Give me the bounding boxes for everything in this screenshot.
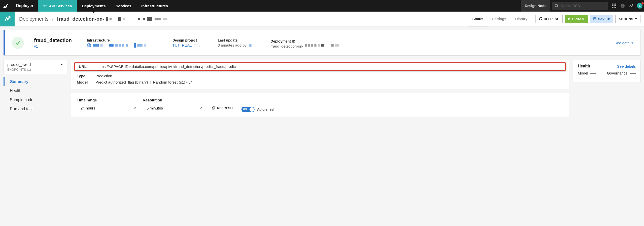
see-details-link[interactable]: See details bbox=[615, 41, 633, 45]
infrastructure-label: Infrastructure bbox=[87, 38, 162, 42]
health-label: Health bbox=[578, 64, 590, 68]
refresh-chart-button[interactable]: REFRESH bbox=[209, 104, 236, 112]
refresh-icon bbox=[539, 17, 542, 21]
logo bbox=[0, 0, 12, 12]
crumb-deployments[interactable]: Deployments bbox=[19, 16, 49, 22]
top-navbar: Deployer API Services Deployments Servic… bbox=[0, 0, 644, 12]
endpoints-count: ENDPOINTS (1) bbox=[7, 68, 63, 71]
type-key: Type bbox=[77, 74, 90, 78]
section-tabs: Status Settings History bbox=[468, 12, 532, 26]
last-update-label: Last update bbox=[218, 38, 261, 42]
endpoint-selector[interactable]: predict_fraud ENDPOINTS (1) bbox=[4, 60, 67, 74]
model-value: Predict authorized_flag (binary)|Random … bbox=[95, 80, 193, 84]
crumb-separator: / bbox=[52, 16, 54, 22]
infrastructure-value bbox=[87, 43, 162, 48]
time-range-select[interactable]: 24 hours bbox=[77, 104, 137, 112]
svg-point-1 bbox=[555, 4, 558, 7]
actions-button[interactable]: ACTIONS bbox=[615, 15, 641, 23]
sub-header: Deployments / fraud_detection-on- Status… bbox=[0, 12, 644, 26]
tab-api-services[interactable]: API Services bbox=[38, 0, 77, 12]
brand-label: Deployer bbox=[12, 4, 38, 8]
health-panel: Health See details Model Governance bbox=[573, 60, 640, 82]
tab-deployments[interactable]: Deployments bbox=[77, 0, 111, 12]
time-range-panel: Time range 24 hours Resolution 5 minutes… bbox=[71, 93, 569, 117]
model-health-label: Model bbox=[578, 71, 588, 75]
resolution-label: Resolution bbox=[143, 98, 203, 102]
tab-label: API Services bbox=[49, 4, 72, 8]
tab-infrastructures[interactable]: Infrastructures bbox=[136, 0, 173, 12]
service-version[interactable]: v1 bbox=[34, 44, 77, 48]
section-history[interactable]: History bbox=[511, 12, 532, 26]
side-menu-sample-code[interactable]: Sample code bbox=[4, 95, 67, 104]
svg-point-0 bbox=[46, 5, 47, 6]
section-settings[interactable]: Settings bbox=[488, 12, 511, 26]
deployment-id-label: Deployment ID bbox=[271, 39, 361, 43]
svg-text:?: ? bbox=[622, 4, 623, 8]
search-input[interactable] bbox=[560, 4, 605, 8]
apps-icon[interactable] bbox=[610, 2, 618, 10]
url-key: URL bbox=[79, 64, 92, 69]
health-see-details[interactable]: See details bbox=[617, 64, 636, 68]
autorefresh-toggle[interactable]: ON Autorefresh bbox=[241, 107, 275, 112]
caret-down-icon bbox=[60, 63, 63, 66]
play-icon bbox=[568, 17, 571, 20]
selected-endpoint: predict_fraud bbox=[7, 62, 31, 67]
type-value: Prediction bbox=[95, 74, 112, 78]
saved-button: SAVED! bbox=[590, 15, 613, 23]
search-icon bbox=[555, 4, 558, 8]
autorefresh-label: Autorefresh bbox=[257, 107, 275, 111]
refresh-icon bbox=[212, 106, 216, 110]
design-project-label: Design project bbox=[172, 38, 208, 42]
save-icon bbox=[593, 17, 596, 20]
model-health-dash bbox=[590, 73, 596, 74]
deployment-summary-card: fraud_detection v1 Infrastructure bbox=[4, 30, 640, 56]
bird-icon bbox=[3, 3, 9, 8]
tab-label: Infrastructures bbox=[141, 4, 168, 8]
url-highlight-box: URL https://<SPACE-ID>.dataiku.com/publi… bbox=[74, 62, 566, 71]
model-key: Model bbox=[77, 80, 90, 84]
design-project-value[interactable]: TUT_REAL_T… bbox=[172, 43, 208, 47]
caret-down-icon bbox=[635, 18, 637, 20]
side-menu-summary[interactable]: Summary bbox=[4, 77, 67, 86]
tab-label: Deployments bbox=[82, 4, 105, 8]
crumb-deployment-name: fraud_detection-on- bbox=[57, 16, 168, 22]
section-status[interactable]: Status bbox=[468, 12, 488, 26]
project-icon[interactable] bbox=[0, 12, 15, 26]
time-range-label: Time range bbox=[77, 98, 137, 102]
service-name: fraud_detection bbox=[34, 37, 77, 43]
globe-icon bbox=[87, 43, 91, 48]
arrow-icon bbox=[43, 4, 47, 8]
activity-icon[interactable] bbox=[627, 2, 635, 10]
tab-services[interactable]: Services bbox=[111, 0, 136, 12]
header-buttons: REFRESH UPDATE SAVED! ACTIONS bbox=[532, 15, 644, 23]
last-update-value: 3 minutes ago by bbox=[218, 43, 261, 47]
search-box[interactable] bbox=[552, 2, 608, 10]
side-menu-run-test[interactable]: Run and test bbox=[4, 104, 67, 114]
help-icon[interactable]: ? bbox=[618, 2, 627, 10]
svg-point-4 bbox=[8, 16, 11, 19]
status-check-icon bbox=[12, 37, 24, 49]
tab-label: Services bbox=[116, 4, 131, 8]
governance-dash bbox=[630, 73, 636, 74]
update-button[interactable]: UPDATE bbox=[565, 15, 588, 23]
governance-label: Governance bbox=[607, 71, 628, 75]
design-node-label[interactable]: Design Node bbox=[521, 0, 550, 12]
endpoint-details-panel: URL https://<SPACE-ID>.dataiku.com/publi… bbox=[71, 60, 569, 89]
url-value[interactable]: https://<SPACE-ID>.dataiku.com/public/ap… bbox=[97, 64, 237, 69]
breadcrumb: Deployments / fraud_detection-on- bbox=[15, 16, 168, 22]
side-menu-health[interactable]: Health bbox=[4, 86, 67, 95]
refresh-button[interactable]: REFRESH bbox=[535, 15, 563, 23]
deployment-id-value: fraud_detection-on- bbox=[271, 44, 361, 47]
side-menu: Summary Health Sample code Run and test bbox=[4, 77, 67, 114]
user-avatar[interactable]: S bbox=[635, 2, 644, 10]
resolution-select[interactable]: 5 minutes bbox=[143, 104, 203, 112]
